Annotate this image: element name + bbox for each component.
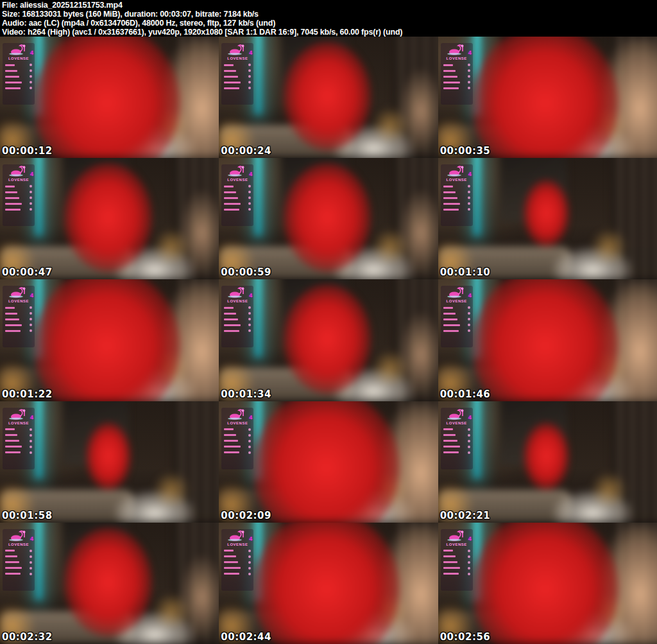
figure-blob	[180, 555, 219, 639]
red-dress-blob	[253, 523, 400, 644]
red-dress-blob	[33, 279, 180, 401]
red-dress-blob	[284, 163, 371, 272]
tip-menu-row	[5, 208, 32, 211]
tip-menu-rows	[443, 550, 470, 575]
flamingo-icon	[8, 165, 30, 178]
tip-menu-rows	[224, 550, 251, 575]
overlay-badge: 4	[468, 49, 472, 56]
led-strip	[36, 401, 42, 479]
led-strip	[255, 279, 261, 357]
video-thumbnail: 4 LOVENSE 00:02:09	[219, 401, 438, 523]
lovense-overlay-title: LOVENSE	[227, 299, 248, 304]
tip-menu-overlay: 4 LOVENSE	[441, 43, 473, 105]
flamingo-icon	[8, 408, 30, 421]
tip-menu-overlay: 4 LOVENSE	[441, 529, 473, 591]
lovense-overlay-title: LOVENSE	[447, 178, 467, 182]
tip-menu-row	[224, 208, 251, 211]
tip-menu-row	[5, 312, 32, 315]
overlay-badge: 4	[30, 535, 33, 542]
tip-menu-row	[224, 428, 251, 431]
red-dress-blob	[253, 401, 400, 523]
video-info-line: Video: h264 (High) (avc1 / 0x31637661), …	[2, 28, 657, 37]
tip-menu-row	[224, 440, 251, 442]
red-dress-blob	[472, 523, 619, 644]
tip-menu-rows	[443, 428, 470, 454]
video-thumbnail: 4 LOVENSE 00:00:24	[219, 37, 438, 158]
overlay-badge: 4	[468, 292, 472, 299]
tip-menu-row	[224, 196, 251, 199]
file-size-line: Size: 168133031 bytes (160 MiB), duratio…	[2, 10, 657, 19]
overlay-badge: 4	[249, 171, 252, 177]
tip-menu-overlay: 4 LOVENSE	[221, 408, 253, 469]
tip-menu-row	[5, 434, 32, 437]
tip-menu-rows	[224, 185, 251, 211]
tip-menu-row	[443, 185, 470, 187]
figure-blob	[400, 191, 438, 274]
audio-info-line: Audio: aac (LC) (mp4a / 0x6134706D), 480…	[2, 19, 657, 28]
flamingo-icon	[8, 530, 30, 543]
video-thumbnail: 4 LOVENSE 00:01:58	[0, 401, 219, 523]
tip-menu-row	[5, 561, 32, 564]
video-thumbnail: 4 LOVENSE 00:00:59	[219, 158, 438, 279]
flamingo-icon	[226, 286, 248, 299]
flamingo-icon	[446, 165, 468, 178]
tip-menu-row	[224, 573, 251, 575]
tip-menu-row	[5, 185, 32, 187]
red-dress-blob	[524, 180, 568, 247]
tip-menu-row	[224, 75, 251, 78]
tip-menu-row	[5, 573, 32, 575]
video-thumbnail: 4 LOVENSE 00:00:47	[0, 158, 219, 279]
tip-menu-row	[443, 312, 470, 315]
tip-menu-row	[443, 191, 470, 193]
tip-menu-row	[224, 191, 251, 193]
tip-menu-row	[443, 208, 470, 211]
flamingo-icon	[446, 408, 468, 421]
timestamp-label: 00:01:58	[2, 510, 53, 521]
tip-menu-overlay: 4 LOVENSE	[441, 164, 473, 226]
overlay-badge: 4	[249, 535, 252, 542]
tip-menu-row	[5, 69, 32, 72]
tip-menu-row	[224, 555, 251, 558]
timestamp-label: 00:02:09	[221, 510, 271, 521]
tip-menu-row	[5, 318, 32, 320]
video-thumbnail: 4 LOVENSE 00:02:32	[0, 523, 219, 644]
tip-menu-overlay: 4 LOVENSE	[221, 164, 253, 226]
lovense-overlay-title: LOVENSE	[8, 178, 29, 182]
tip-menu-row	[443, 440, 470, 442]
tip-menu-rows	[443, 306, 470, 332]
tip-menu-row	[5, 75, 32, 78]
file-info-header: File: aliessia_202512151753.mp4 Size: 16…	[0, 0, 657, 37]
overlay-badge: 4	[30, 292, 33, 299]
video-thumbnail: 4 LOVENSE 00:02:44	[219, 523, 438, 644]
tip-menu-row	[224, 561, 251, 564]
lovense-overlay-title: LOVENSE	[227, 57, 248, 61]
figure-blob	[400, 69, 438, 153]
figure-blob	[180, 191, 219, 274]
tip-menu-row	[224, 324, 251, 326]
tip-menu-rows	[5, 306, 32, 332]
tip-menu-overlay: 4 LOVENSE	[3, 408, 35, 469]
tip-menu-row	[5, 329, 32, 332]
timestamp-label: 00:00:35	[440, 145, 491, 157]
overlay-badge: 4	[468, 171, 472, 177]
red-dress-blob	[86, 422, 131, 489]
led-strip	[255, 158, 261, 236]
tip-menu-row	[443, 306, 470, 309]
flamingo-icon	[226, 408, 248, 421]
video-thumbnail: 4 LOVENSE 00:02:56	[438, 523, 657, 644]
tip-menu-row	[443, 81, 470, 83]
tip-menu-row	[5, 87, 32, 89]
led-strip	[474, 401, 480, 479]
overlay-badge: 4	[249, 292, 252, 299]
red-dress-blob	[472, 37, 619, 158]
tip-menu-row	[5, 306, 32, 309]
timestamp-label: 00:00:12	[2, 145, 53, 157]
overlay-badge: 4	[249, 49, 252, 56]
tip-menu-row	[224, 185, 251, 187]
tip-menu-row	[443, 434, 470, 437]
tip-menu-row	[443, 573, 470, 575]
lovense-overlay-title: LOVENSE	[8, 543, 29, 547]
timestamp-label: 00:00:59	[221, 266, 271, 278]
lovense-overlay-title: LOVENSE	[227, 543, 248, 547]
red-dress-blob	[472, 279, 619, 401]
